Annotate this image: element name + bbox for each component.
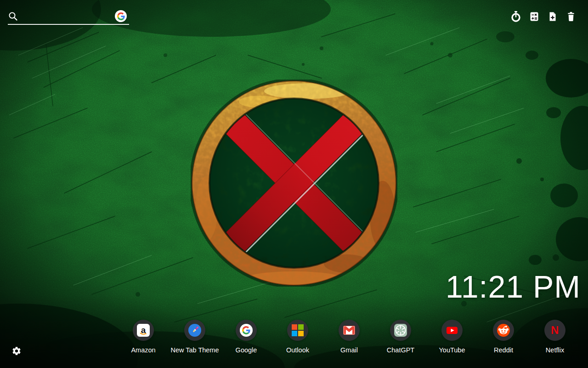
shortcut-reddit[interactable]: Reddit bbox=[478, 320, 529, 354]
shortcut-label: New Tab Theme bbox=[170, 346, 219, 354]
timer-button[interactable] bbox=[509, 10, 522, 23]
reddit-tile bbox=[493, 320, 514, 341]
trash-button[interactable] bbox=[565, 10, 577, 23]
shortcut-label: Netflix bbox=[546, 346, 564, 354]
netflix-icon: N bbox=[551, 325, 559, 336]
shortcut-label: Outlook bbox=[286, 346, 309, 354]
amazon-tile: a bbox=[133, 320, 154, 341]
shortcut-google[interactable]: Google bbox=[220, 320, 272, 354]
shortcut-netflix[interactable]: N Netflix bbox=[529, 320, 581, 354]
reddit-icon bbox=[497, 324, 510, 337]
shortcut-youtube[interactable]: YouTube bbox=[426, 320, 478, 354]
svg-text:a: a bbox=[141, 325, 146, 335]
clock: 11:21 PM bbox=[446, 269, 581, 305]
amazon-icon: a bbox=[137, 324, 150, 337]
shortcut-label: Gmail bbox=[340, 346, 358, 354]
paintbrush-icon bbox=[188, 324, 201, 337]
trash-icon bbox=[565, 11, 577, 22]
youtube-tile bbox=[441, 320, 463, 341]
shortcut-gmail[interactable]: Gmail bbox=[323, 320, 375, 354]
note-add-icon bbox=[547, 11, 558, 22]
shortcuts-row: a Amazon New Tab T bbox=[118, 320, 581, 354]
chatgpt-icon bbox=[394, 324, 407, 337]
add-note-button[interactable] bbox=[546, 10, 559, 23]
shortcut-chatgpt[interactable]: ChatGPT bbox=[375, 320, 426, 354]
google-icon bbox=[240, 324, 253, 337]
google-tile bbox=[236, 320, 257, 341]
youtube-icon bbox=[446, 324, 458, 336]
calculator-icon bbox=[529, 11, 540, 22]
toolbar bbox=[509, 10, 577, 23]
shortcut-label: ChatGPT bbox=[387, 346, 414, 354]
outlook-tile bbox=[287, 320, 308, 341]
search-engine-badge[interactable] bbox=[115, 10, 127, 22]
settings-button[interactable] bbox=[11, 346, 22, 356]
calculator-button[interactable] bbox=[528, 10, 541, 23]
microsoft-icon bbox=[292, 324, 304, 336]
shortcut-outlook[interactable]: Outlook bbox=[272, 320, 323, 354]
shortcut-new-tab-theme[interactable]: New Tab Theme bbox=[169, 320, 220, 354]
gmail-tile bbox=[339, 320, 360, 341]
search-bar bbox=[8, 9, 129, 26]
gear-icon bbox=[11, 346, 22, 356]
shortcut-label: YouTube bbox=[439, 346, 465, 354]
google-g-icon bbox=[117, 12, 125, 20]
search-input[interactable] bbox=[8, 9, 129, 25]
new-tab-theme-tile bbox=[184, 320, 205, 341]
gmail-icon bbox=[343, 326, 355, 335]
netflix-tile: N bbox=[544, 320, 565, 341]
shortcut-label: Reddit bbox=[494, 346, 513, 354]
shortcut-label: Amazon bbox=[131, 346, 155, 354]
x-logo-emblem bbox=[191, 80, 397, 287]
stopwatch-icon bbox=[510, 11, 521, 23]
chatgpt-tile bbox=[390, 320, 411, 341]
shortcut-amazon[interactable]: a Amazon bbox=[118, 320, 169, 354]
shortcut-label: Google bbox=[236, 346, 257, 354]
